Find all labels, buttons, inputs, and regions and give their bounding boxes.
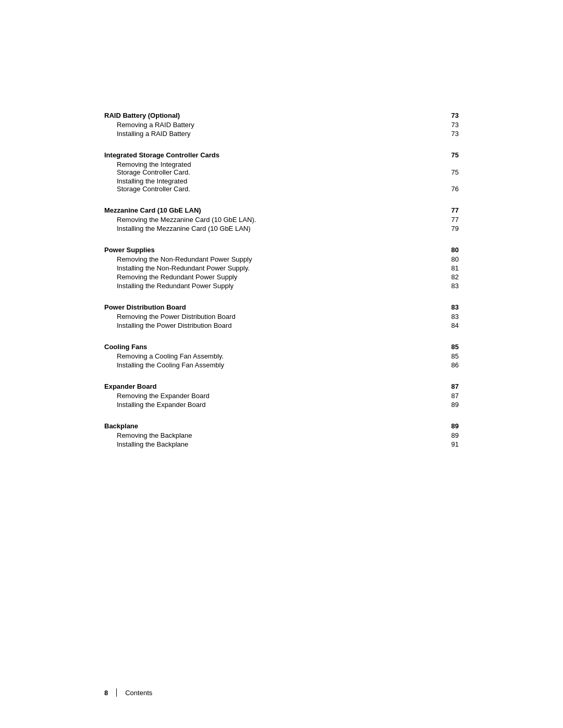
toc-subitem-text-installing-non-redundant: Installing the Non-Redundant Power Suppl…: [117, 264, 250, 272]
toc-subitem-text-removing-expander: Removing the Expander Board: [117, 392, 210, 400]
toc-subitem-text-removing-mezzanine: Removing the Mezzanine Card (10 GbE LAN)…: [117, 216, 256, 224]
toc-page-power-supplies: 80: [444, 246, 459, 254]
toc-subitem-removing-cooling-fan: Removing a Cooling Fan Assembly.85: [104, 352, 459, 360]
toc-dots-removing-pdb: [237, 318, 443, 319]
toc-section-raid-battery: RAID Battery (Optional)73: [104, 112, 459, 119]
toc-page-removing-non-redundant: 80: [444, 255, 459, 263]
toc-dots-installing-expander: [207, 406, 443, 407]
page-container: RAID Battery (Optional)73Removing a RAID…: [0, 0, 563, 728]
toc-subitem-text-removing-redundant: Removing the Redundant Power Supply: [117, 273, 237, 281]
toc-dots-removing-cooling-fan: [225, 358, 443, 359]
toc-subitem-removing-expander: Removing the Expander Board87: [104, 392, 459, 400]
toc-page-expander-board: 87: [444, 382, 459, 390]
toc-dots-installing-mezzanine: [252, 230, 443, 231]
toc-subitem-text-installing-backplane: Installing the Backplane: [117, 440, 188, 448]
toc-dots-integrated-storage: [221, 157, 443, 157]
toc-page-removing-pdb: 83: [444, 313, 459, 320]
toc-title-expander-board: Expander Board: [104, 382, 156, 390]
toc-page-raid-battery: 73: [444, 112, 459, 119]
toc-subitem-text-installing-integrated-storage: Installing the IntegratedStorage Control…: [117, 177, 190, 193]
toc-subitem-text-installing-raid-battery: Installing a RAID Battery: [117, 130, 191, 138]
toc-subitem-installing-raid-battery: Installing a RAID Battery73: [104, 130, 459, 138]
toc-dots-cooling-fans: [149, 349, 443, 349]
toc-page-removing-backplane: 89: [444, 431, 459, 439]
toc-dots-installing-cooling-fan: [226, 367, 443, 367]
content-area: RAID Battery (Optional)73Removing a RAID…: [0, 0, 563, 728]
toc-subitem-removing-redundant: Removing the Redundant Power Supply82: [104, 273, 459, 281]
toc-dots-removing-backplane: [194, 437, 443, 438]
toc-dots-expander-board: [158, 388, 443, 389]
toc-subitem-removing-backplane: Removing the Backplane89: [104, 431, 459, 439]
toc-title-backplane: Backplane: [104, 422, 138, 430]
toc-subitem-installing-pdb: Installing the Power Distribution Board8…: [104, 322, 459, 329]
toc-subitem-text-installing-cooling-fan: Installing the Cooling Fan Assembly: [117, 361, 224, 369]
toc-dots-removing-redundant: [239, 279, 443, 279]
toc-subitem-installing-expander: Installing the Expander Board89: [104, 401, 459, 409]
toc-dots-raid-battery: [181, 117, 443, 118]
toc-dots-removing-raid-battery: [196, 127, 443, 127]
toc-subitem-installing-redundant: Installing the Redundant Power Supply83: [104, 282, 459, 290]
toc-page-installing-mezzanine: 79: [444, 225, 459, 232]
toc-page-power-distribution: 83: [444, 303, 459, 311]
footer-page-number: 8: [104, 689, 108, 697]
toc-subitem-installing-non-redundant: Installing the Non-Redundant Power Suppl…: [104, 264, 459, 272]
toc-page-installing-raid-battery: 73: [444, 130, 459, 138]
toc-subitem-text-installing-pdb: Installing the Power Distribution Board: [117, 322, 231, 329]
toc-subitem-text-removing-non-redundant: Removing the Non-Redundant Power Supply: [117, 255, 252, 263]
toc-page-removing-redundant: 82: [444, 273, 459, 281]
toc-title-mezzanine-card: Mezzanine Card (10 GbE LAN): [104, 206, 201, 214]
toc-section-mezzanine-card: Mezzanine Card (10 GbE LAN)77: [104, 206, 459, 214]
toc-section-backplane: Backplane89: [104, 422, 459, 430]
toc-subitem-installing-cooling-fan: Installing the Cooling Fan Assembly86: [104, 361, 459, 369]
toc-subitem-text-installing-mezzanine: Installing the Mezzanine Card (10 GbE LA…: [117, 225, 251, 232]
toc-dots-installing-pdb: [233, 327, 443, 328]
footer: 8 Contents: [104, 688, 459, 697]
toc-title-cooling-fans: Cooling Fans: [104, 343, 147, 351]
footer-divider: [116, 688, 117, 697]
toc-dots-removing-non-redundant: [253, 261, 443, 262]
toc-dots-installing-backplane: [190, 446, 443, 447]
toc-dots-removing-mezzanine: [258, 221, 443, 222]
toc-dots-installing-redundant: [235, 288, 443, 288]
toc-page-installing-cooling-fan: 86: [444, 361, 459, 369]
toc-page-installing-integrated-storage: 76: [444, 185, 459, 193]
toc-section-cooling-fans: Cooling Fans85: [104, 343, 459, 351]
toc-dots-removing-expander: [211, 398, 443, 398]
toc-subitem-text-removing-integrated-storage: Removing the IntegratedStorage Controlle…: [117, 161, 191, 176]
toc-section-integrated-storage: Integrated Storage Controller Cards75: [104, 151, 459, 159]
toc-subitem-removing-non-redundant: Removing the Non-Redundant Power Supply8…: [104, 255, 459, 263]
toc-dots-power-distribution: [188, 309, 443, 310]
toc-section-expander-board: Expander Board87: [104, 382, 459, 390]
toc-dots-removing-integrated-storage: [192, 174, 443, 175]
toc-dots-installing-raid-battery: [192, 135, 443, 136]
toc-page-removing-mezzanine: 77: [444, 216, 459, 224]
toc-subitem-text-removing-raid-battery: Removing a RAID Battery: [117, 121, 194, 129]
toc-dots-power-supplies: [156, 252, 443, 252]
toc-page-cooling-fans: 85: [444, 343, 459, 351]
toc-subitem-removing-raid-battery: Removing a RAID Battery73: [104, 121, 459, 129]
toc-section-power-distribution: Power Distribution Board83: [104, 303, 459, 311]
toc-container: RAID Battery (Optional)73Removing a RAID…: [104, 112, 459, 448]
toc-page-installing-backplane: 91: [444, 440, 459, 448]
toc-subitem-installing-integrated-storage: Installing the IntegratedStorage Control…: [104, 177, 459, 193]
toc-title-raid-battery: RAID Battery (Optional): [104, 112, 180, 119]
footer-section-label: Contents: [125, 689, 152, 697]
toc-title-integrated-storage: Integrated Storage Controller Cards: [104, 151, 219, 159]
toc-subitem-text-removing-pdb: Removing the Power Distribution Board: [117, 313, 236, 320]
toc-subitem-text-installing-redundant: Installing the Redundant Power Supply: [117, 282, 234, 290]
toc-subitem-installing-mezzanine: Installing the Mezzanine Card (10 GbE LA…: [104, 225, 459, 232]
toc-page-installing-pdb: 84: [444, 322, 459, 329]
toc-dots-backplane: [140, 428, 443, 428]
toc-page-installing-non-redundant: 81: [444, 264, 459, 272]
toc-dots-installing-integrated-storage: [192, 191, 443, 191]
toc-page-removing-expander: 87: [444, 392, 459, 400]
toc-page-removing-raid-battery: 73: [444, 121, 459, 129]
toc-title-power-supplies: Power Supplies: [104, 246, 155, 254]
toc-page-mezzanine-card: 77: [444, 206, 459, 214]
toc-page-backplane: 89: [444, 422, 459, 430]
toc-dots-installing-non-redundant: [251, 270, 443, 270]
toc-page-removing-integrated-storage: 75: [444, 168, 459, 176]
toc-section-power-supplies: Power Supplies80: [104, 246, 459, 254]
toc-subitem-removing-mezzanine: Removing the Mezzanine Card (10 GbE LAN)…: [104, 216, 459, 224]
toc-page-installing-expander: 89: [444, 401, 459, 409]
